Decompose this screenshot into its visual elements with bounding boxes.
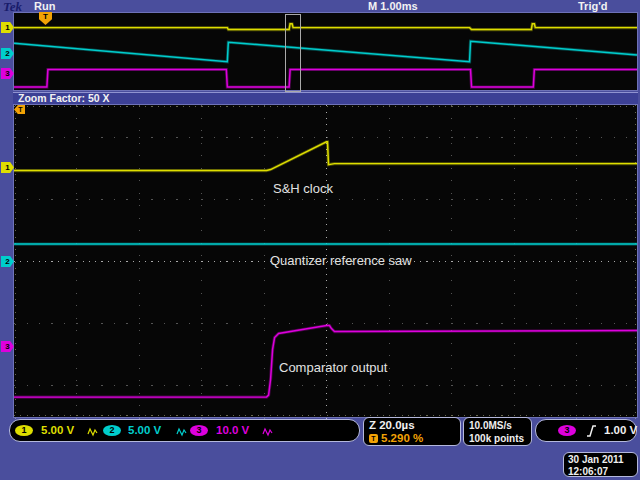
ch3-scale-readout: 10.0 V — [216, 424, 249, 436]
datetime-readout: 30 Jan 2011 12:06:07 — [563, 452, 638, 477]
overview-traces — [14, 13, 637, 90]
zoom-factor-label: Zoom Factor: 50 X — [18, 92, 110, 104]
ch3-overview-trace — [14, 70, 637, 88]
trigger-source-badge: 3 — [558, 425, 576, 436]
record-length-value: 100k points — [469, 433, 524, 444]
ch3-waveform-icon — [262, 426, 273, 437]
overview-waveform-panel — [13, 12, 638, 91]
zoom-factor-bar: Zoom Factor: 50 X — [13, 92, 638, 104]
trigger-status: Trig'd — [578, 0, 608, 12]
rising-edge-icon — [585, 424, 598, 438]
zoom-window-bracket[interactable] — [285, 14, 301, 92]
ch2-scale-readout: 5.00 V — [128, 424, 161, 436]
zoom-waveform-panel: T S&H clock Quantizer reference saw Comp… — [13, 104, 638, 418]
main-timebase-readout: M 1.00ms — [368, 0, 418, 12]
ch1-badge: 1 — [15, 425, 33, 436]
trigger-position-value: 5.290 % — [381, 432, 423, 444]
annotation-sh-clock: S&H clock — [273, 181, 333, 196]
ch1-waveform-icon — [87, 426, 98, 437]
ch2-waveform-icon — [176, 426, 187, 437]
acquisition-status: Run — [34, 0, 55, 12]
trigger-position-icon: T — [369, 434, 378, 443]
ch3-overview-trace — [14, 70, 637, 88]
acquisition-readout: 10.0MS/s 100k points — [463, 417, 532, 446]
sample-rate-value: 10.0MS/s — [469, 420, 512, 431]
date-value: 30 Jan 2011 — [568, 454, 624, 465]
time-value: 12:06:07 — [568, 466, 608, 477]
ch3-badge: 3 — [190, 425, 208, 436]
annotation-comparator-output: Comparator output — [279, 360, 387, 375]
trigger-level-value: 1.00 V — [604, 424, 637, 436]
vertical-scale-readout: 1 5.00 V 2 5.00 V 3 10.0 V — [9, 419, 360, 442]
annotation-quantizer-saw: Quantizer reference saw — [270, 253, 412, 268]
ch1-scale-readout: 5.00 V — [41, 424, 74, 436]
ch2-badge: 2 — [103, 425, 121, 436]
trigger-readout: 3 1.00 V — [535, 419, 637, 442]
ch1-overview-trace — [14, 24, 637, 30]
ch1-zoom-trace — [14, 142, 637, 171]
ch1-zoom-trace — [14, 142, 637, 171]
zoom-timebase-value: Z 20.0µs — [369, 419, 415, 431]
oscilloscope-screen: { "header": { "brand": "Tek", "acquisiti… — [0, 0, 640, 480]
zoom-timebase-readout: Z 20.0µs T 5.290 % — [363, 417, 461, 446]
